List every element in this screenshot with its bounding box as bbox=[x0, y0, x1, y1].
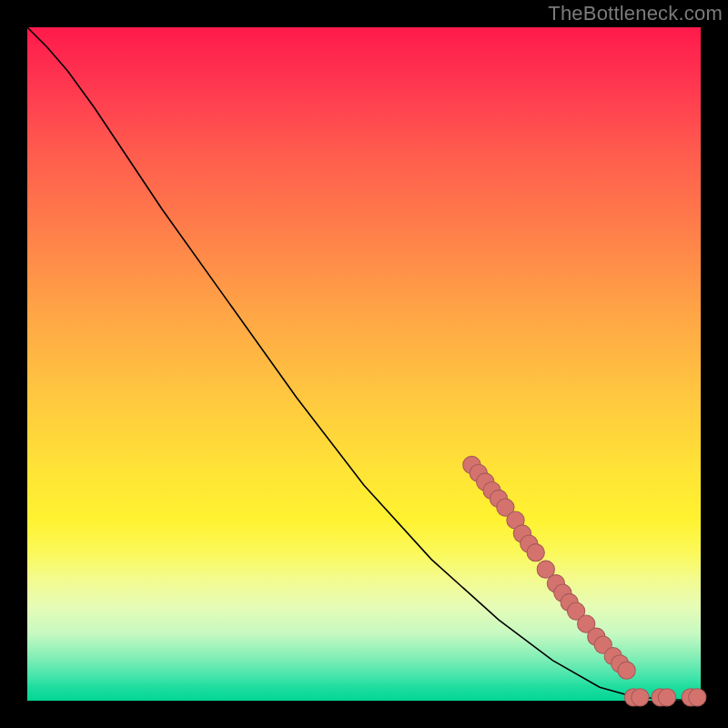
plot-area bbox=[27, 27, 701, 701]
data-dot bbox=[632, 689, 649, 706]
data-dot bbox=[658, 689, 675, 706]
bottleneck-curve bbox=[27, 27, 701, 701]
chart-frame: TheBottleneck.com bbox=[0, 0, 728, 728]
data-dot bbox=[618, 662, 635, 679]
attribution-label: TheBottleneck.com bbox=[548, 2, 723, 25]
data-dots bbox=[463, 456, 706, 706]
chart-svg bbox=[27, 27, 701, 701]
data-dot bbox=[689, 689, 706, 706]
data-dot bbox=[527, 544, 544, 561]
